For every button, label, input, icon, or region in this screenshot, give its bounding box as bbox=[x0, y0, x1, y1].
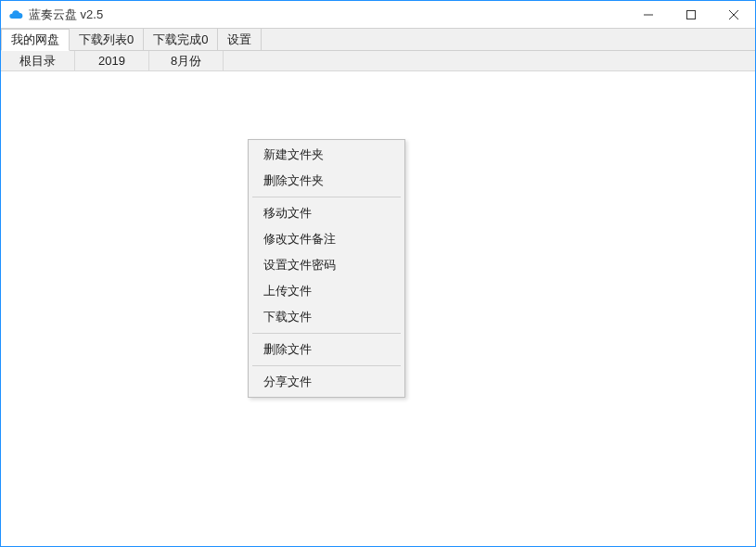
menu-download-file[interactable]: 下载文件 bbox=[250, 304, 403, 330]
maximize-button[interactable] bbox=[670, 1, 712, 28]
menu-separator bbox=[252, 365, 401, 366]
svg-rect-1 bbox=[687, 10, 696, 19]
tab-label: 下载完成0 bbox=[153, 32, 208, 48]
tab-label: 设置 bbox=[227, 32, 251, 48]
menu-label: 删除文件 bbox=[263, 342, 312, 356]
breadcrumb-label: 根目录 bbox=[19, 53, 56, 70]
tab-bar: 我的网盘 下载列表0 下载完成0 设置 bbox=[1, 29, 755, 51]
context-menu: 新建文件夹 删除文件夹 移动文件 修改文件备注 设置文件密码 上传文件 下载文件… bbox=[248, 139, 405, 398]
cloud-icon bbox=[8, 7, 23, 22]
menu-label: 修改文件备注 bbox=[263, 232, 336, 246]
content-area[interactable]: 新建文件夹 删除文件夹 移动文件 修改文件备注 设置文件密码 上传文件 下载文件… bbox=[1, 71, 755, 546]
tab-label: 下载列表0 bbox=[79, 32, 134, 48]
menu-delete-file[interactable]: 删除文件 bbox=[250, 337, 403, 363]
menu-share-file[interactable]: 分享文件 bbox=[250, 369, 403, 395]
menu-upload-file[interactable]: 上传文件 bbox=[250, 278, 403, 304]
breadcrumb-month[interactable]: 8月份 bbox=[149, 51, 224, 70]
menu-label: 下载文件 bbox=[263, 310, 312, 324]
tab-download-done[interactable]: 下载完成0 bbox=[144, 29, 218, 50]
menu-label: 删除文件夹 bbox=[263, 173, 324, 187]
menu-label: 上传文件 bbox=[263, 284, 312, 298]
menu-delete-folder[interactable]: 删除文件夹 bbox=[250, 168, 403, 194]
menu-label: 设置文件密码 bbox=[263, 258, 336, 272]
app-window: 蓝奏云盘 v2.5 我的网盘 下载列表0 下载完成0 设置 根目录 2019 8… bbox=[0, 0, 756, 547]
menu-move-file[interactable]: 移动文件 bbox=[250, 200, 403, 226]
breadcrumb: 根目录 2019 8月份 bbox=[1, 51, 755, 71]
menu-separator bbox=[252, 197, 401, 197]
window-title: 蓝奏云盘 v2.5 bbox=[29, 6, 627, 23]
tab-my-disk[interactable]: 我的网盘 bbox=[1, 29, 70, 51]
breadcrumb-year[interactable]: 2019 bbox=[75, 51, 149, 70]
menu-label: 移动文件 bbox=[263, 206, 312, 220]
breadcrumb-root[interactable]: 根目录 bbox=[1, 51, 75, 70]
menu-set-password[interactable]: 设置文件密码 bbox=[250, 252, 403, 278]
breadcrumb-label: 8月份 bbox=[171, 53, 201, 70]
title-bar: 蓝奏云盘 v2.5 bbox=[1, 1, 755, 29]
menu-label: 分享文件 bbox=[263, 375, 312, 388]
tab-download-list[interactable]: 下载列表0 bbox=[70, 29, 144, 50]
window-controls bbox=[627, 1, 755, 28]
tab-settings[interactable]: 设置 bbox=[218, 29, 262, 50]
minimize-button[interactable] bbox=[627, 1, 670, 28]
menu-new-folder[interactable]: 新建文件夹 bbox=[250, 142, 403, 168]
menu-edit-note[interactable]: 修改文件备注 bbox=[250, 226, 403, 252]
tab-label: 我的网盘 bbox=[11, 32, 59, 48]
breadcrumb-label: 2019 bbox=[98, 54, 125, 68]
menu-label: 新建文件夹 bbox=[263, 147, 324, 161]
menu-separator bbox=[252, 333, 401, 334]
close-button[interactable] bbox=[712, 1, 755, 28]
